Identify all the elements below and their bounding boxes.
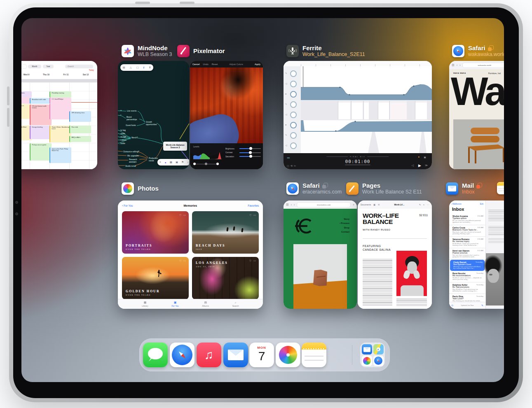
dock-mail-icon[interactable] <box>223 343 248 367</box>
window-mail[interactable]: ‹ Mailboxes Edit Inbox Shuhei Aoyama8:50… <box>449 201 504 309</box>
card-icons: ♡⋯ <box>249 259 256 263</box>
label-ferrite[interactable]: Ferrite Work_Life_Balance_S2E11 <box>286 44 365 58</box>
reset-button: Reset <box>212 63 218 65</box>
mindmap-node: Outsource editing? <box>123 151 139 153</box>
label-phot os[interactable]: Photos <box>122 182 159 195</box>
slider-fill <box>239 148 251 149</box>
dock-safari-icon[interactable] <box>170 343 195 367</box>
label-pages[interactable]: Pages Work Life Balance S2 E11 <box>346 182 422 195</box>
favorite-icon: ♡ <box>179 214 182 217</box>
track-icon: ◁ <box>285 113 287 116</box>
more-icon: ⋯ <box>183 214 186 217</box>
episode-tag: S2 E11 <box>419 214 428 217</box>
back-icon: ‹ <box>457 64 457 67</box>
mail-status-bar: ⊙ Updated Just Now ✎ <box>449 302 485 309</box>
adjust-sliders: Brightness4%Contrast0%Saturation1% <box>222 143 263 169</box>
label-mail[interactable]: Mail Inbox <box>446 182 482 195</box>
search-icon: ⌕ <box>187 161 189 164</box>
back-button: ‹ For You <box>122 204 133 207</box>
transport-bar: ‹‹‹‹ FINAL MIX 00:01:00 ▢ ⟲ ✂ ● ▣ ◁ ▶ ≫ <box>284 153 432 169</box>
window-ferrite[interactable]: ✎◁●✎◁●✎◁ <box>284 61 432 169</box>
app-name: Pages <box>362 182 380 189</box>
message-preview: Hey team, I got into a bunch of research… <box>452 231 483 235</box>
message-time: 8:30 AM <box>478 238 483 240</box>
memory-subtitle: 2019 <box>196 248 225 250</box>
memory-subtitle: OVER THE YEARS <box>126 248 152 250</box>
timeline-area <box>301 66 432 153</box>
nav-item: Contact <box>340 230 349 234</box>
message-preview: Shubham: Great question — depends on whe… <box>452 277 483 281</box>
dock-photos-icon[interactable] <box>276 343 300 367</box>
chair-photo <box>453 119 504 169</box>
window-safari-era[interactable]: ▥ ‹ › eraceramics.com + Story• ProcessSh… <box>284 201 357 309</box>
message-time: Yesterday <box>476 295 483 297</box>
ferrite-icon <box>286 45 299 57</box>
mindmap-central-node: Work-Life Balance Season 3 <box>163 142 187 151</box>
dock: ♫ MON 7 <box>139 338 390 371</box>
calendar-event: Breakfast with cede <box>30 98 52 104</box>
mindmap-node: Live events <box>127 110 136 112</box>
url-field: wakawaka.world <box>462 63 504 68</box>
tag-icon: ⚑ <box>181 161 184 164</box>
app-name: Ferrite <box>302 44 322 51</box>
dock-messages-icon[interactable] <box>143 343 168 367</box>
app-name: Safari <box>468 44 485 51</box>
node-color-icon: ● <box>165 161 166 164</box>
calendar-event: 1:1 Josef/Robyn <box>49 98 71 104</box>
dock-notes-icon[interactable] <box>302 343 326 367</box>
figure-silhouette <box>233 226 235 231</box>
era-page: Story• ProcessShopContact <box>284 209 357 309</box>
add-icon: + <box>423 203 424 206</box>
label-safari-era[interactable]: Safari eraceramics.com <box>286 182 342 195</box>
track-icon: ● <box>285 93 286 95</box>
dock-calendar-icon[interactable]: MON 7 <box>249 343 274 367</box>
notes-icon-partial[interactable] <box>497 182 504 194</box>
mail-reading-pane <box>486 201 504 309</box>
mindnode-bottom-toolbar: ✕● ▦▣ ⚑⌕ <box>157 159 189 166</box>
window-calendar[interactable]: Month Year ⌕ Search Today Wed 9Thu 10Fri… <box>21 61 97 169</box>
mindmap-node: …oodie <box>119 133 125 135</box>
message-preview: Hi! I've selected a few different potent… <box>452 220 483 224</box>
dock-recent-apps-cluster[interactable]: A <box>360 343 385 367</box>
panel-title: Adjust Colors <box>221 63 251 65</box>
memory-subtitle: AUG 31, 2019 <box>196 266 228 268</box>
more-icon: ⋯ <box>183 259 186 263</box>
adjust-slider-row: Saturation1% <box>225 156 263 158</box>
memories-grid: ♡⋯PORTRAITSOVER THE YEARS♡⋯BEACH DAYS201… <box>122 211 259 299</box>
undo-icon: ⟲ <box>378 203 380 206</box>
window-mindnode[interactable]: …s…rLive eventsBrand partnershipsGuest h… <box>118 61 189 169</box>
adjust-slider-row: Brightness4% <box>225 148 263 150</box>
app-name: MindNode <box>138 44 168 51</box>
message-subject: Next Episode's Guest <box>453 263 483 266</box>
pixelmator-icon <box>177 45 190 57</box>
featuring: FEATURING CANDACE SALINA <box>363 244 391 252</box>
app-subtitle: WLB Season 3 <box>138 51 172 57</box>
mini-mail-icon <box>362 344 372 354</box>
file-tools-icons: ▢ ⟲ ✂ <box>287 164 296 167</box>
dock-music-icon[interactable]: ♫ <box>197 343 221 367</box>
slider-label: Contrast <box>225 152 238 154</box>
window-safari-waka[interactable]: ▥ ‹ › wakawaka.world WAKA WAKA Furniture… <box>449 61 504 169</box>
side-button-1 <box>7 86 9 105</box>
mindnode-toolbar: ▤△ ▢f ⬆ <box>120 64 153 71</box>
message-subject: Mic recommendations <box>452 275 483 277</box>
calendar-view-month: Month <box>28 65 41 68</box>
window-photos[interactable]: ‹ For You Memories Favorites ♡⋯PORTRAITS… <box>118 201 263 309</box>
label-mindnode[interactable]: MindNode WLB Season 3 <box>122 44 172 58</box>
multi-window-badge-icon <box>488 45 494 51</box>
mindmap-node: Brand partnerships <box>127 116 137 121</box>
card-caption: BEACH DAYS2019 <box>196 244 225 250</box>
calendar-search-field: ⌕ Search <box>65 65 93 68</box>
site-nav: Story• ProcessShopContact <box>340 217 349 234</box>
label-safari-waka[interactable]: Safari wakawaka.world <box>452 44 504 58</box>
figure-silhouette <box>157 270 162 277</box>
mindmap-node: Guest hosts <box>126 124 136 127</box>
photos-tab-for-you: ▣For You <box>171 301 178 307</box>
window-pages[interactable]: Documents ▦⟲ Work-Lif… ✎+⋯ WORK–LIFE BAL… <box>358 201 432 309</box>
window-pixelmator[interactable]: Cancel Undo Reset Adjust Colors Apply Le… <box>190 61 263 169</box>
label-pixelmator[interactable]: Pixelmator <box>177 44 225 58</box>
photos-header: ‹ For You Memories Favorites <box>118 201 263 210</box>
clip-lane-2 <box>301 132 432 153</box>
calendar-event: Flexibility training <box>49 91 71 98</box>
memory-title: BEACH DAYS <box>196 244 225 247</box>
